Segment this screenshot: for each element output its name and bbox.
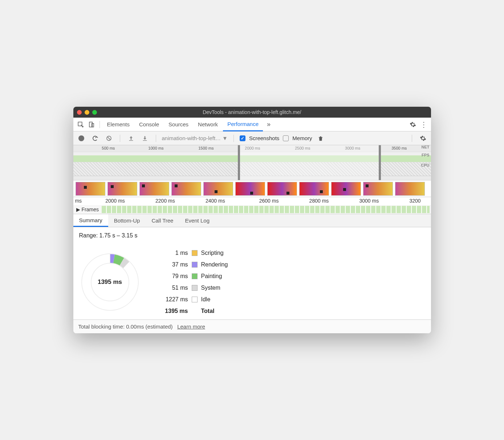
screenshot-thumb[interactable]	[76, 182, 105, 196]
tab-call-tree[interactable]: Call Tree	[146, 214, 179, 227]
divider	[99, 121, 100, 128]
frames-track-toggle[interactable]: ▶ Frames	[75, 207, 100, 212]
ruler-tick: ms	[75, 198, 82, 204]
play-arrow-icon: ▶	[76, 207, 80, 212]
screenshot-thumb[interactable]	[299, 182, 329, 196]
divider	[156, 135, 156, 142]
tab-summary[interactable]: Summary	[73, 214, 108, 227]
screenshots-label: Screenshots	[249, 135, 279, 141]
more-tabs-icon[interactable]: »	[264, 119, 274, 130]
legend-row: 51 msSystem	[159, 285, 228, 291]
legend-value: 1 ms	[159, 250, 188, 256]
ruler-tick: 500 ms	[102, 146, 115, 150]
tab-sources[interactable]: Sources	[164, 118, 193, 131]
capture-settings-gear-icon[interactable]	[418, 133, 428, 143]
legend-swatch	[192, 285, 198, 291]
reload-record-icon[interactable]	[90, 133, 100, 143]
legend-label: Scripting	[201, 250, 224, 256]
tab-performance[interactable]: Performance	[223, 118, 263, 131]
legend-swatch	[192, 297, 198, 302]
ruler-tick: 3200	[409, 198, 420, 204]
ruler-tick: 3000 ms	[359, 198, 379, 204]
titlebar[interactable]: DevTools - animation-with-top-left.glitc…	[73, 107, 431, 118]
legend-swatch	[192, 262, 198, 268]
total-blocking-time: Total blocking time: 0.00ms (estimated)	[78, 323, 173, 330]
ruler-tick: 2000 ms	[105, 198, 125, 204]
upload-profile-icon[interactable]	[126, 133, 136, 143]
minimize-window-button[interactable]	[85, 110, 89, 115]
legend-row: 79 msPainting	[159, 273, 228, 280]
net-track-label: NET	[422, 145, 430, 149]
tab-event-log[interactable]: Event Log	[179, 214, 215, 227]
summary-donut-chart: 1395 ms	[79, 251, 141, 313]
legend-value: 79 ms	[159, 273, 188, 280]
learn-more-link[interactable]: Learn more	[177, 323, 205, 330]
screenshot-thumb[interactable]	[235, 182, 265, 196]
legend-label: System	[201, 285, 220, 291]
screenshot-thumb[interactable]	[331, 182, 361, 196]
memory-checkbox[interactable]	[283, 135, 289, 141]
screenshots-checkbox[interactable]	[240, 135, 245, 141]
legend-row: 1 msScripting	[159, 250, 228, 256]
clear-icon[interactable]	[104, 133, 114, 143]
legend-row: 1227 msIdle	[159, 296, 228, 303]
screenshot-thumb[interactable]	[267, 182, 297, 196]
window-title: DevTools - animation-with-top-left.glitc…	[77, 109, 427, 115]
legend-swatch	[192, 250, 198, 256]
divider	[412, 135, 412, 142]
screenshot-thumb[interactable]	[171, 182, 201, 196]
garbage-collect-icon[interactable]	[316, 133, 326, 143]
legend-label: Rendering	[201, 261, 228, 268]
overview-selection-handles[interactable]	[238, 145, 381, 180]
ruler-tick: 2800 ms	[309, 198, 329, 204]
legend-label: Idle	[201, 296, 211, 303]
close-window-button[interactable]	[77, 110, 82, 115]
flame-chart-area[interactable]: ms 2000 ms 2200 ms 2400 ms 2600 ms 2800 …	[73, 197, 431, 214]
memory-label: Memory	[292, 135, 312, 141]
screenshot-thumb[interactable]	[203, 182, 233, 196]
legend-total-value: 1395 ms	[159, 308, 188, 314]
summary-legend: 1 msScripting37 msRendering79 msPainting…	[159, 250, 228, 314]
maximize-window-button[interactable]	[92, 110, 97, 115]
ruler-tick: 2200 ms	[155, 198, 175, 204]
device-toolbar-icon[interactable]	[86, 119, 97, 130]
legend-value: 1227 ms	[159, 296, 188, 303]
record-button[interactable]	[76, 133, 86, 143]
dropdown-arrow-icon: ▼	[222, 135, 228, 141]
ruler-tick: 3500 ms	[391, 146, 407, 150]
frames-track[interactable]: ▶ Frames	[73, 205, 431, 214]
screenshot-thumb[interactable]	[363, 182, 393, 196]
tab-console[interactable]: Console	[135, 118, 163, 131]
footer-bar: Total blocking time: 0.00ms (estimated) …	[73, 319, 431, 333]
tab-bottom-up[interactable]: Bottom-Up	[108, 214, 146, 227]
legend-total-label: Total	[201, 308, 215, 314]
cpu-track-label: CPU	[421, 163, 429, 167]
tab-elements[interactable]: Elements	[103, 118, 134, 131]
recording-select[interactable]: animation-with-top-left… ▼	[162, 135, 228, 141]
overview-timeline[interactable]: 500 ms 1000 ms 1500 ms 2000 ms 2500 ms 3…	[73, 145, 431, 180]
devtools-window: DevTools - animation-with-top-left.glitc…	[73, 107, 431, 333]
screenshot-thumb[interactable]	[139, 182, 169, 196]
panel-tabs: Elements Console Sources Network Perform…	[73, 118, 431, 131]
screenshot-thumb[interactable]	[395, 182, 425, 196]
range-label: Range: 1.75 s – 3.15 s	[79, 232, 425, 239]
screenshot-filmstrip[interactable]	[73, 180, 431, 197]
fps-track-label: FPS	[422, 153, 429, 157]
settings-gear-icon[interactable]	[408, 119, 418, 130]
result-tabs: Summary Bottom-Up Call Tree Event Log	[73, 214, 431, 227]
inspect-element-icon[interactable]	[76, 119, 86, 130]
frame-bars[interactable]	[102, 206, 430, 213]
ruler-tick: 2600 ms	[259, 198, 279, 204]
screenshot-thumb[interactable]	[107, 182, 137, 196]
legend-label: Painting	[201, 273, 222, 280]
download-profile-icon[interactable]	[140, 133, 150, 143]
kebab-menu-icon[interactable]: ⋮	[419, 119, 429, 130]
performance-toolbar: animation-with-top-left… ▼ Screenshots M…	[73, 131, 431, 145]
flame-ruler: ms 2000 ms 2200 ms 2400 ms 2600 ms 2800 …	[73, 197, 431, 205]
legend-value: 51 ms	[159, 285, 188, 291]
frames-label: Frames	[82, 207, 99, 212]
tab-network[interactable]: Network	[194, 118, 222, 131]
legend-total-row: 1395 msTotal	[159, 308, 228, 314]
legend-swatch	[192, 273, 198, 279]
legend-row: 37 msRendering	[159, 261, 228, 268]
